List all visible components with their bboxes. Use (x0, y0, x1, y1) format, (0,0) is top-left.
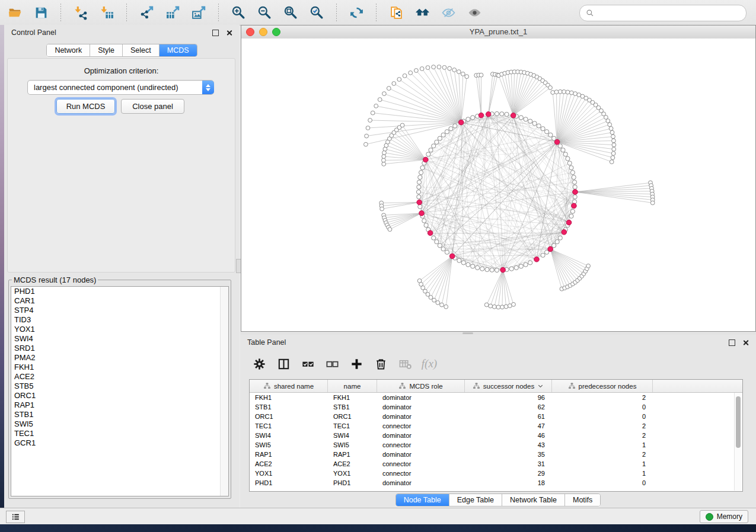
graph-hub-node[interactable] (428, 230, 433, 236)
table-tab-network-table[interactable]: Network Table (502, 494, 565, 506)
graph-satellite-node[interactable] (496, 305, 500, 309)
graph-node[interactable] (545, 130, 549, 134)
graph-node[interactable] (429, 148, 433, 152)
mcds-result-item[interactable]: TID3 (11, 315, 228, 325)
tab-select[interactable]: Select (123, 44, 160, 56)
network-graph[interactable] (241, 39, 755, 331)
graph-node[interactable] (445, 250, 449, 254)
graph-hub-node[interactable] (573, 190, 578, 195)
graph-satellite-node[interactable] (388, 227, 392, 232)
delete-table-icon[interactable] (395, 354, 414, 373)
graph-node[interactable] (528, 119, 532, 123)
graph-node[interactable] (441, 247, 445, 251)
graph-satellite-node[interactable] (382, 155, 386, 159)
zoom-fit-icon[interactable] (280, 2, 301, 23)
graph-node[interactable] (466, 117, 470, 121)
zoom-in-icon[interactable] (228, 2, 248, 23)
graph-node[interactable] (490, 268, 494, 272)
graph-hub-node[interactable] (423, 157, 429, 162)
graph-satellite-node[interactable] (586, 264, 591, 268)
graph-node[interactable] (552, 243, 556, 248)
graph-satellite-node[interactable] (610, 130, 614, 134)
mcds-result-item[interactable]: PMA2 (11, 353, 228, 363)
export-table-icon[interactable] (162, 2, 183, 23)
graph-satellite-node[interactable] (403, 74, 407, 78)
graph-satellite-node[interactable] (444, 305, 448, 309)
table-tab-edge-table[interactable]: Edge Table (449, 494, 502, 506)
tab-network[interactable]: Network (47, 44, 90, 56)
graph-satellite-node[interactable] (504, 305, 508, 309)
graph-satellite-node[interactable] (500, 305, 505, 309)
hide-selected-icon[interactable] (438, 2, 458, 23)
show-all-icon[interactable] (464, 2, 484, 23)
deselect-all-icon[interactable] (323, 354, 342, 373)
graph-node[interactable] (435, 240, 439, 244)
graph-satellite-node[interactable] (551, 91, 555, 95)
graph-node[interactable] (417, 185, 421, 189)
graph-satellite-node[interactable] (452, 68, 457, 72)
graph-node[interactable] (541, 253, 545, 257)
float-table-panel-icon[interactable] (729, 339, 735, 346)
export-network-icon[interactable] (136, 2, 157, 23)
mcds-result-item[interactable]: FKH1 (11, 363, 228, 372)
mcds-result-item[interactable]: ORC1 (11, 391, 228, 400)
mcds-result-item[interactable]: STB5 (11, 382, 228, 391)
graph-node[interactable] (453, 124, 457, 128)
mcds-result-item[interactable]: STB1 (11, 410, 228, 419)
graph-node[interactable] (485, 267, 489, 271)
graph-node[interactable] (573, 195, 577, 199)
search-input[interactable] (598, 7, 746, 20)
graph-node[interactable] (563, 152, 567, 156)
graph-node[interactable] (558, 236, 562, 240)
graph-node[interactable] (457, 258, 461, 262)
zoom-out-icon[interactable] (254, 2, 275, 23)
column-header-predecessor-nodes[interactable]: predecessor nodes (552, 380, 653, 392)
delete-row-icon[interactable] (371, 354, 390, 373)
graph-hub-node[interactable] (548, 246, 553, 252)
graph-satellite-node[interactable] (612, 139, 616, 143)
mcds-result-item[interactable]: GCR1 (11, 438, 228, 448)
graph-hub-node[interactable] (419, 211, 425, 216)
graph-satellite-node[interactable] (397, 78, 401, 82)
network-canvas[interactable] (241, 39, 755, 331)
import-table-icon[interactable] (97, 2, 117, 23)
graph-satellite-node[interactable] (414, 69, 419, 73)
graph-satellite-node[interactable] (461, 72, 465, 76)
graph-node[interactable] (572, 180, 576, 184)
graph-node[interactable] (558, 144, 562, 148)
graph-satellite-node[interactable] (611, 134, 615, 139)
graph-node[interactable] (500, 112, 504, 116)
graph-node[interactable] (471, 264, 475, 268)
graph-satellite-node[interactable] (609, 127, 613, 131)
graph-satellite-node[interactable] (612, 143, 616, 147)
graph-node[interactable] (566, 156, 570, 161)
graph-satellite-node[interactable] (465, 75, 469, 79)
graph-node[interactable] (422, 219, 426, 223)
graph-satellite-node[interactable] (457, 70, 461, 74)
graph-node[interactable] (432, 236, 436, 240)
graph-satellite-node[interactable] (437, 65, 441, 69)
graph-satellite-node[interactable] (608, 123, 612, 127)
graph-node[interactable] (567, 161, 572, 165)
graph-node[interactable] (519, 116, 523, 120)
graph-node[interactable] (432, 144, 436, 148)
graph-satellite-node[interactable] (558, 89, 562, 94)
run-mcds-button[interactable]: Run MCDS (56, 99, 115, 114)
graph-satellite-node[interactable] (566, 90, 570, 94)
graph-satellite-node[interactable] (426, 66, 430, 70)
graph-node[interactable] (541, 127, 545, 131)
graph-node[interactable] (519, 264, 523, 268)
graph-node[interactable] (480, 267, 484, 271)
table-scrollbar-thumb[interactable] (736, 396, 741, 448)
table-row[interactable]: STB1STB1dominator620 (250, 402, 742, 412)
table-row[interactable]: FKH1FKH1dominator962 (250, 393, 742, 402)
table-row[interactable]: SWI4SWI4dominator462 (250, 431, 742, 440)
graph-satellite-node[interactable] (489, 304, 493, 308)
graph-node[interactable] (438, 243, 442, 248)
graph-node[interactable] (495, 268, 499, 272)
first-neighbors-icon[interactable] (412, 2, 432, 23)
graph-node[interactable] (495, 111, 499, 116)
column-header-successor-nodes[interactable]: successor nodes (465, 380, 552, 392)
graph-satellite-node[interactable] (382, 158, 386, 162)
zoom-selected-icon[interactable] (307, 2, 327, 23)
